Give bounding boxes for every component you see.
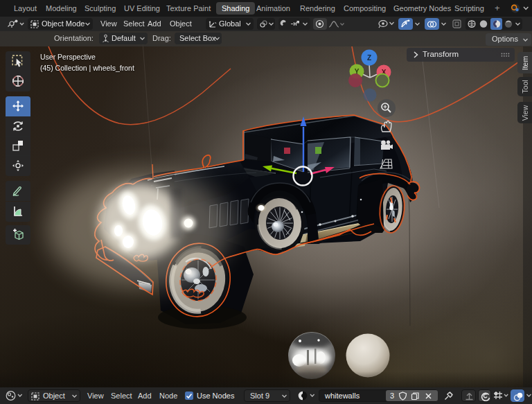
- svg-text:Z: Z: [367, 54, 371, 62]
